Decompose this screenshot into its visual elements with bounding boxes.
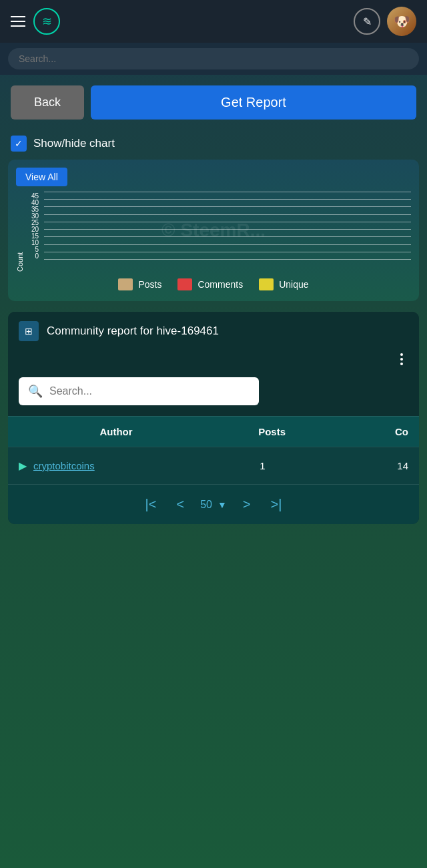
- y-axis-container: Count 45 40 35 30 25 20 15 10 5 0: [16, 192, 44, 272]
- report-section: ⊞ Community report for hive-169461 🔍 Aut…: [8, 312, 419, 524]
- legend-posts: Posts: [118, 278, 161, 290]
- pagination: |< < 50 ▼ > >|: [8, 484, 419, 524]
- back-button[interactable]: Back: [11, 85, 84, 120]
- nav-right: ✎ 🐶: [354, 7, 416, 36]
- chart-inner: [44, 192, 411, 272]
- next-page-button[interactable]: >: [239, 495, 255, 513]
- top-search-input[interactable]: [8, 48, 419, 69]
- y-axis-ticks: 45 40 35 30 25 20 15 10 5 0: [25, 192, 44, 272]
- y-axis-title: Count: [16, 192, 24, 272]
- table-search-row: 🔍: [8, 371, 419, 416]
- col-co: Co: [330, 426, 408, 437]
- top-nav: ≋ ✎ 🐶: [0, 0, 427, 43]
- view-all-button[interactable]: View All: [16, 168, 67, 186]
- first-page-button[interactable]: |<: [141, 495, 161, 513]
- row-author[interactable]: cryptobitcoins: [33, 460, 200, 471]
- y-tick-0: 0: [35, 253, 39, 260]
- table-row: ▶ cryptobitcoins 1 14: [8, 447, 419, 484]
- more-options-row: [8, 351, 419, 371]
- row-expand-icon[interactable]: ▶: [19, 459, 27, 472]
- legend-comments-label: Comments: [197, 279, 243, 290]
- avatar[interactable]: 🐶: [387, 7, 416, 36]
- col-posts: Posts: [214, 426, 330, 437]
- table-icon: ⊞: [19, 321, 39, 341]
- col-author: Author: [19, 426, 214, 437]
- legend-unique-box: [259, 278, 274, 290]
- legend-comments: Comments: [177, 278, 243, 290]
- row-co: 14: [325, 460, 408, 471]
- pencil-button[interactable]: ✎: [354, 8, 380, 35]
- chart-toggle-label: Show/hide chart: [33, 137, 115, 150]
- chart-container: View All © SteemR... Count 45 40 35 30 2…: [8, 160, 419, 301]
- legend-posts-label: Posts: [138, 279, 161, 290]
- page-size-row: 50 ▼: [200, 499, 227, 511]
- legend-comments-box: [177, 278, 192, 290]
- legend-unique-label: Unique: [279, 279, 308, 290]
- bars-row: [44, 192, 411, 260]
- page-size-label: 50: [200, 499, 212, 511]
- hamburger-menu[interactable]: [11, 16, 25, 27]
- search-icon: 🔍: [28, 384, 43, 399]
- table-header: Author Posts Co: [8, 416, 419, 447]
- legend-unique: Unique: [259, 278, 308, 290]
- report-title: Community report for hive-169461: [47, 324, 408, 338]
- page-size-dropdown-arrow[interactable]: ▼: [218, 499, 227, 510]
- table-search-box: 🔍: [19, 377, 259, 405]
- report-header: ⊞ Community report for hive-169461: [8, 312, 419, 351]
- get-report-button[interactable]: Get Report: [91, 85, 416, 120]
- last-page-button[interactable]: >|: [267, 495, 286, 513]
- top-search-area: [0, 43, 427, 75]
- table-search-input[interactable]: [49, 385, 250, 397]
- chart-toggle-row: ✓ Show/hide chart: [0, 130, 427, 160]
- action-buttons-row: Back Get Report: [0, 75, 427, 130]
- nav-left: ≋: [11, 8, 60, 35]
- more-options-button[interactable]: [395, 351, 408, 368]
- legend-posts-box: [118, 278, 133, 290]
- chart-area: Count 45 40 35 30 25 20 15 10 5 0: [16, 168, 411, 272]
- show-hide-chart-checkbox[interactable]: ✓: [11, 136, 27, 152]
- logo-icon: ≋: [33, 8, 60, 35]
- row-posts: 1: [200, 460, 325, 471]
- chart-legend: Posts Comments Unique: [16, 272, 411, 293]
- prev-page-button[interactable]: <: [172, 495, 188, 513]
